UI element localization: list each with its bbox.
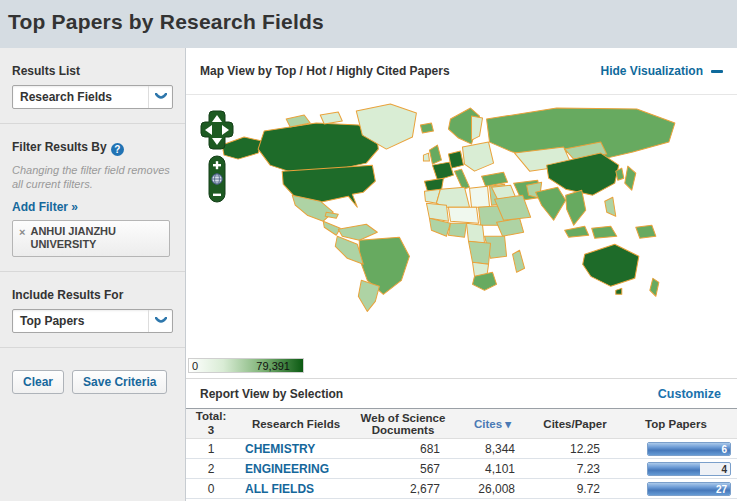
map-area: 0 79,391 [186,94,737,378]
filter-section: Filter Results By? Changing the filter f… [0,124,185,272]
cites-value: 26,008 [450,482,535,496]
field-link[interactable]: ENGINEERING [245,462,329,476]
north-america-region[interactable] [222,104,416,235]
include-results-label: Include Results For [12,288,173,302]
page-header: Top Papers by Research Fields [0,0,737,48]
table-header-row: Total: 3 Research Fields Web of Science … [186,408,737,439]
sidebar: Results List Research Fields Filter Resu… [0,48,186,501]
field-link[interactable]: ALL FIELDS [245,482,314,496]
remove-filter-icon[interactable]: × [19,226,25,238]
clear-button[interactable]: Clear [12,370,64,394]
results-list-select[interactable]: Research Fields [12,85,173,109]
cites-per-paper-value: 12.25 [535,442,615,456]
chevron-down-icon [148,310,172,332]
top-papers-bar: 6 [647,442,731,456]
include-results-value: Top Papers [13,314,148,328]
oceania-region[interactable] [583,244,659,296]
legend-max-label: 79,391 [256,360,290,372]
top-papers-count: 27 [716,484,727,495]
table-row: 0 ALL FIELDS 2,677 26,008 9.72 27 [186,479,737,499]
results-list-label: Results List [12,64,173,78]
map-view-title: Map View by Top / Hot / Highly Cited Pap… [200,64,450,78]
cites-per-paper-value: 9.72 [535,482,615,496]
top-papers-count: 6 [721,444,727,455]
field-link[interactable]: CHEMISTRY [245,442,315,456]
report-view-title: Report View by Selection [200,387,343,401]
cites-sort-header[interactable]: Cites ▾ [450,417,535,431]
help-icon[interactable]: ? [111,143,124,156]
documents-value: 567 [356,462,450,476]
save-criteria-button[interactable]: Save Criteria [72,370,167,394]
top-papers-bar: 4 [647,462,731,476]
map-legend: 0 79,391 [188,358,304,373]
asia-region[interactable] [482,108,675,238]
row-count: 1 [186,442,236,456]
documents-value: 2,677 [356,482,450,496]
map-pan-control[interactable] [200,110,234,150]
legend-min-label: 0 [192,360,198,372]
documents-header[interactable]: Web of Science Documents [356,412,450,436]
main-panel: Map View by Top / Hot / Highly Cited Pap… [186,48,737,501]
filter-tag-label: ANHUI JIANZHU UNIVERSITY [30,225,163,253]
cites-value: 4,101 [450,462,535,476]
map-view-header: Map View by Top / Hot / Highly Cited Pap… [186,48,737,94]
table-row: 2 ENGINEERING 567 4,101 7.23 4 [186,459,737,479]
add-filter-link[interactable]: Add Filter » [12,200,173,214]
filter-tag[interactable]: × ANHUI JIANZHU UNIVERSITY [12,220,170,258]
top-papers-bar: 27 [647,482,731,496]
map-zoom-control[interactable] [208,155,226,203]
row-count: 0 [186,482,236,496]
row-count: 2 [186,462,236,476]
documents-value: 681 [356,442,450,456]
world-map[interactable] [186,95,737,380]
minus-icon [711,70,723,73]
include-results-select[interactable]: Top Papers [12,309,173,333]
cites-per-paper-value: 7.23 [535,462,615,476]
chevron-down-icon [148,86,172,108]
total-count-header: Total: 3 [186,410,236,436]
results-list-value: Research Fields [13,90,148,104]
page-title: Top Papers by Research Fields [8,10,737,34]
hide-visualization-link[interactable]: Hide Visualization [601,64,723,78]
cites-per-paper-header[interactable]: Cites/Paper [535,418,615,430]
top-papers-header[interactable]: Top Papers [615,418,737,430]
sort-arrow-icon: ▾ [505,418,511,430]
top-papers-count: 4 [721,464,727,475]
zoom-out-icon [213,194,221,196]
filter-results-label: Filter Results By? [12,140,173,156]
customize-link[interactable]: Customize [658,387,721,401]
results-list-section: Results List Research Fields [0,48,185,124]
actions-section: Clear Save Criteria [0,348,185,408]
south-america-region[interactable] [335,224,409,311]
globe-icon [212,174,222,184]
include-results-section: Include Results For Top Papers [0,272,185,348]
filter-note: Changing the filter field removes all cu… [12,163,173,192]
cites-value: 8,344 [450,442,535,456]
report-view-header: Report View by Selection Customize [186,378,737,408]
research-fields-header[interactable]: Research Fields [236,418,356,430]
table-row: 1 CHEMISTRY 681 8,344 12.25 6 [186,439,737,459]
